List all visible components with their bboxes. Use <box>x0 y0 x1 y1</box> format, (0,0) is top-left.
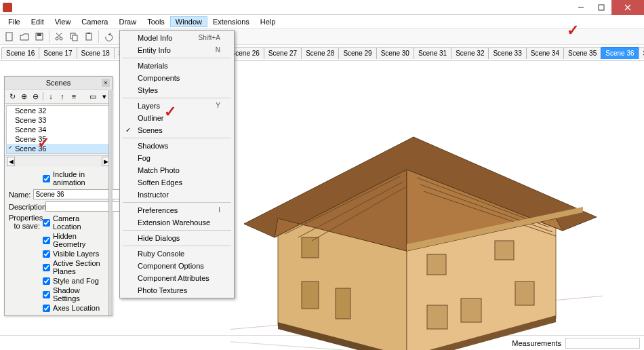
menu-item-component-options[interactable]: Component Options <box>120 260 234 272</box>
menu-item-photo-textures[interactable]: Photo Textures <box>120 284 234 296</box>
property-checkbox[interactable] <box>43 237 50 244</box>
copy-icon[interactable] <box>67 30 81 43</box>
move-down-icon[interactable]: ↓ <box>46 92 56 101</box>
svg-rect-24 <box>302 281 319 309</box>
property-checkbox[interactable] <box>43 305 50 312</box>
menu-edit[interactable]: Edit <box>26 16 49 27</box>
svg-rect-1 <box>599 5 604 10</box>
panel-hscroll[interactable]: ◄► <box>5 155 112 167</box>
scene-tab[interactable]: Scene 28 <box>301 47 339 59</box>
scene-tab[interactable]: Scene 30 <box>376 47 414 59</box>
scene-tab[interactable]: Scene 33 <box>488 47 526 59</box>
scene-tab[interactable]: Scene 29 <box>338 47 376 59</box>
menu-item-ruby-console[interactable]: Ruby Console <box>120 248 234 260</box>
menu-help[interactable]: Help <box>255 16 281 27</box>
menu-item-component-attributes[interactable]: Component Attributes <box>120 272 234 284</box>
svg-rect-30 <box>515 281 534 305</box>
menu-item-components[interactable]: Components <box>120 72 234 84</box>
move-up-icon[interactable]: ↑ <box>58 92 67 101</box>
svg-rect-26 <box>427 254 446 275</box>
scene-list[interactable]: Scene 32Scene 33Scene 34Scene 35Scene 36… <box>6 105 110 154</box>
menu-item-instructor[interactable]: Instructor <box>120 189 234 201</box>
maximize-button[interactable] <box>591 0 611 15</box>
window-menu-dropdown[interactable]: Model InfoShift+AEntity InfoNMaterialsCo… <box>119 30 235 298</box>
menu-tools[interactable]: Tools <box>142 16 170 27</box>
menu-item-hide-dialogs[interactable]: Hide Dialogs <box>120 232 234 244</box>
menu-item-materials[interactable]: Materials <box>120 60 234 72</box>
panel-title[interactable]: Scenes × <box>5 77 112 90</box>
property-label: Camera Location <box>53 214 108 231</box>
property-checkbox[interactable] <box>43 277 50 285</box>
menu-item-preferences[interactable]: PreferencesI <box>120 204 234 216</box>
scene-list-item[interactable]: Scene 33 <box>7 115 110 125</box>
include-animation-checkbox[interactable] <box>43 175 50 182</box>
save-icon[interactable] <box>33 30 46 43</box>
menu-item-soften-edges[interactable]: Soften Edges <box>120 176 234 189</box>
scene-tab[interactable]: Scene 18 <box>77 47 115 59</box>
panel-resize-handle[interactable] <box>108 90 113 315</box>
add-scene-icon[interactable]: ⊕ <box>19 92 28 101</box>
svg-rect-14 <box>87 33 90 34</box>
scene-tabs-bar: Scene 16Scene 17Scene 18Scene 19Scene 24… <box>0 45 644 61</box>
thumb-view-icon[interactable]: ▭ <box>88 92 98 101</box>
scene-list-item[interactable]: Scene 32 <box>7 106 110 115</box>
scene-tab[interactable]: Scene 17 <box>39 47 77 59</box>
undo-icon[interactable] <box>102 30 115 43</box>
scene-tab[interactable]: Scene 32 <box>451 47 489 59</box>
menu-camera[interactable]: Camera <box>76 16 113 27</box>
list-view-icon[interactable]: ≡ <box>69 92 79 101</box>
minimize-button[interactable] <box>571 0 591 15</box>
property-checkbox[interactable] <box>43 250 50 258</box>
scenes-panel[interactable]: Scenes × ↻ ⊕ ⊖ ↓ ↑ ≡ ▭ ▾ Scene 32Scene 3… <box>4 76 113 316</box>
svg-rect-28 <box>427 305 447 329</box>
menu-item-shadows[interactable]: Shadows <box>120 140 234 152</box>
scene-tab[interactable]: Scene 27 <box>264 47 302 59</box>
svg-line-10 <box>56 33 61 37</box>
menu-file[interactable]: File <box>3 16 26 27</box>
menu-item-scenes[interactable]: Scenes <box>120 124 234 136</box>
scene-tab[interactable]: Scene 34 <box>526 47 564 59</box>
properties-label: Properties to save: <box>9 214 43 313</box>
menu-draw[interactable]: Draw <box>113 16 142 27</box>
menu-item-entity-info[interactable]: Entity InfoN <box>120 44 234 56</box>
paste-icon[interactable] <box>82 30 96 43</box>
scene-list-item[interactable]: Scene 34 <box>7 125 110 134</box>
menu-extensions[interactable]: Extensions <box>207 16 255 27</box>
property-label: Style and Fog <box>53 277 99 285</box>
description-label: Description: <box>9 203 43 211</box>
scene-tab[interactable]: Scene 35 <box>563 47 601 59</box>
menu-item-outliner[interactable]: Outliner <box>120 112 234 124</box>
property-checkbox[interactable] <box>43 264 50 271</box>
scene-list-item[interactable]: Scene 35 <box>7 134 110 144</box>
refresh-icon[interactable]: ↻ <box>7 92 17 101</box>
svg-point-7 <box>56 37 58 40</box>
new-icon[interactable] <box>3 30 16 43</box>
menu-item-layers[interactable]: LayersY <box>120 100 234 112</box>
svg-line-9 <box>57 33 62 37</box>
scene-tab[interactable]: Scene 16 <box>1 47 39 59</box>
title-bar <box>0 0 644 15</box>
menu-item-model-info[interactable]: Model InfoShift+A <box>120 32 234 44</box>
svg-rect-12 <box>73 35 77 41</box>
menu-item-match-photo[interactable]: Match Photo <box>120 164 234 176</box>
menu-window[interactable]: Window <box>170 16 207 27</box>
menu-icon[interactable]: ▾ <box>100 92 109 101</box>
open-icon[interactable] <box>18 30 31 43</box>
scene-tab[interactable]: Scene 37 <box>639 47 644 59</box>
scene-list-item[interactable]: Scene 36 <box>7 144 110 153</box>
close-button[interactable] <box>611 0 644 15</box>
remove-scene-icon[interactable]: ⊖ <box>31 92 40 101</box>
cut-icon[interactable] <box>52 30 66 43</box>
scene-tab[interactable]: Scene 31 <box>414 47 451 59</box>
scene-list-item[interactable]: Scene 37 <box>7 153 110 154</box>
menu-item-fog[interactable]: Fog <box>120 152 234 164</box>
name-label: Name: <box>9 191 31 199</box>
scene-tab[interactable]: Scene 36 <box>601 47 639 59</box>
menu-view[interactable]: View <box>49 16 77 27</box>
property-checkbox[interactable] <box>43 291 50 298</box>
menu-item-extension-warehouse[interactable]: Extension Warehouse <box>120 216 234 229</box>
property-checkbox[interactable] <box>43 219 50 227</box>
panel-close-button[interactable]: × <box>102 79 110 87</box>
model-house <box>230 129 603 350</box>
menu-item-styles[interactable]: Styles <box>120 84 234 96</box>
